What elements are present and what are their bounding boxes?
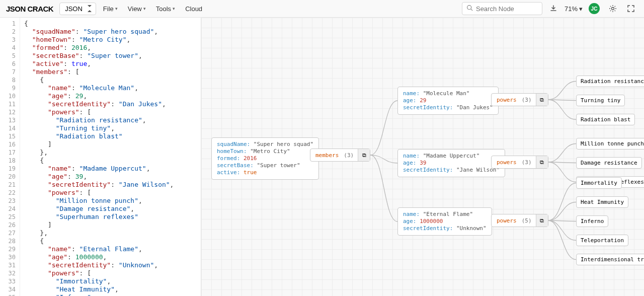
graph-leaf[interactable]: Radiation blast [576,114,635,125]
search-input-wrapper[interactable] [462,2,542,15]
graph-leaf[interactable]: Heat Immunity [576,196,628,208]
code-line[interactable]: { [24,76,197,84]
code-line[interactable]: ] [24,140,197,149]
graph-leaf[interactable]: Immortality [576,177,622,189]
settings-button[interactable] [606,2,620,16]
code-line[interactable]: { [24,237,197,245]
format-select[interactable]: JSON [59,3,96,15]
graph-leaf[interactable]: Teleportation [576,235,628,246]
menu-cloud[interactable]: Cloud [182,3,205,15]
code-line[interactable]: }, [24,229,197,237]
graph-node-member-1[interactable]: name: "Madame Uppercut"age: 39secretIden… [397,149,505,177]
menu-file[interactable]: File▾ [100,3,121,15]
code-line[interactable]: }, [24,149,197,157]
graph-canvas[interactable]: squadName: "Super hero squad"homeTown: "… [201,18,644,296]
search-input[interactable] [476,5,538,13]
menu-file-label: File [103,5,114,13]
code-line[interactable]: "powers": [ [24,108,197,116]
link-icon[interactable]: ⧉ [358,149,370,161]
code-line[interactable]: "name": "Madame Uppercut", [24,165,197,173]
chevron-down-icon: ▾ [115,6,118,11]
code-line[interactable]: "powers": [ [24,189,197,197]
expand-icon [627,5,635,13]
graph-leaf[interactable]: Million tonne punch [576,138,644,150]
chevron-down-icon: ▾ [579,5,583,13]
code-line[interactable]: "secretBase": "Super tower", [24,52,197,60]
search-icon [466,5,473,13]
graph-node-powers-1[interactable]: powers(3)⧉ [491,156,548,169]
graph-node-powers-0[interactable]: powers(3)⧉ [491,93,548,106]
app-logo: JSON CRACK [6,5,53,13]
svg-point-2 [612,8,614,10]
graph-leaf[interactable]: Inferno [576,215,608,227]
code-line[interactable]: "age": 1000000, [24,253,197,261]
graph-node-member-2[interactable]: name: "Eternal Flame"age: 1000000secretI… [397,207,492,236]
fullscreen-button[interactable] [624,2,638,16]
menu-cloud-label: Cloud [185,5,202,13]
graph-leaf[interactable]: Interdimensional travel [576,254,644,265]
code-line[interactable]: "Damage resistance", [24,205,197,213]
code-line[interactable]: "active": true, [24,60,197,68]
menu-view[interactable]: View▾ [125,3,149,15]
code-line[interactable]: "Radiation resistance", [24,116,197,124]
code-line[interactable]: "Turning tiny", [24,124,197,132]
code-line[interactable]: "squadName": "Super hero squad", [24,28,197,36]
code-line[interactable]: "Heat Immunity", [24,285,197,293]
zoom-label: 71% [565,5,578,13]
svg-point-0 [467,6,471,10]
code-line[interactable]: "members": [ [24,68,197,76]
code-line[interactable]: "formed": 2016, [24,44,197,52]
code-body[interactable]: { "squadName": "Super hero squad", "home… [20,18,201,296]
link-icon[interactable]: ⧉ [536,214,548,227]
chevron-down-icon: ▾ [173,6,175,11]
graph-node-member-0[interactable]: name: "Molecule Man"age: 29secretIdentit… [397,87,499,115]
code-line[interactable]: "secretIdentity": "Dan Jukes", [24,100,197,108]
code-line[interactable]: "Million tonne punch", [24,197,197,205]
menu-tools[interactable]: Tools▾ [153,3,178,15]
graph-node-root[interactable]: squadName: "Super hero squad"homeTown: "… [211,137,319,180]
code-line[interactable]: "powers": [ [24,269,197,277]
line-gutter: 1234567891011121314151617181920212223242… [0,18,20,296]
svg-line-1 [471,9,472,11]
menu-tools-label: Tools [156,5,171,13]
graph-node-members[interactable]: members(3)⧉ [310,149,370,162]
download-button[interactable] [546,2,560,16]
avatar[interactable]: JC [589,3,600,14]
gear-icon [609,5,617,13]
graph-leaf[interactable]: Turning tiny [576,95,625,106]
code-line[interactable]: "name": "Eternal Flame", [24,245,197,253]
code-line[interactable]: "Inferno" [24,293,197,296]
code-editor[interactable]: 1234567891011121314151617181920212223242… [0,18,201,296]
code-line[interactable]: { [24,157,197,165]
code-line[interactable]: "Immortality", [24,277,197,285]
code-line[interactable]: "secretIdentity": "Jane Wilson", [24,181,197,189]
toolbar: JSON CRACK JSON File▾ View▾ Tools▾ Cloud… [0,0,644,18]
zoom-level[interactable]: 71%▾ [565,5,583,13]
code-line[interactable]: "homeTown": "Metro City", [24,36,197,44]
code-line[interactable]: "age": 39, [24,173,197,181]
code-line[interactable]: { [24,20,197,28]
graph-leaf[interactable]: Radiation resistance [576,76,644,87]
link-icon[interactable]: ⧉ [536,156,548,168]
code-line[interactable]: "age": 29, [24,92,197,100]
code-line[interactable]: ] [24,221,197,229]
code-line[interactable]: "name": "Molecule Man", [24,84,197,92]
link-icon[interactable]: ⧉ [536,94,548,106]
code-line[interactable]: "secretIdentity": "Unknown", [24,261,197,269]
code-line[interactable]: "Superhuman reflexes" [24,213,197,221]
menu-view-label: View [128,5,142,13]
graph-node-powers-2[interactable]: powers(5)⧉ [491,214,548,227]
download-icon [549,5,557,13]
code-line[interactable]: "Radiation blast" [24,132,197,140]
graph-leaf[interactable]: Damage resistance [576,157,642,169]
chevron-down-icon: ▾ [143,6,146,11]
